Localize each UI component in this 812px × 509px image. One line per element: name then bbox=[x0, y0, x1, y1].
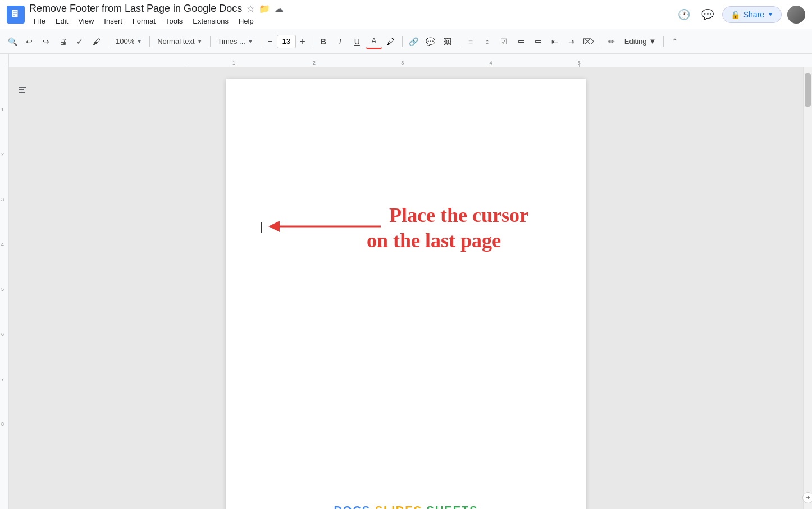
print-icon[interactable]: 🖨 bbox=[55, 34, 71, 49]
image-button[interactable]: 🖼 bbox=[440, 34, 455, 49]
comment-button[interactable]: 💬 bbox=[423, 34, 439, 49]
editing-mode-arrow: ▼ bbox=[649, 37, 656, 46]
spellcheck-icon[interactable]: ✓ bbox=[72, 34, 88, 49]
font-size-decrease[interactable]: − bbox=[264, 35, 276, 48]
ruler-area: 12345 bbox=[0, 54, 812, 67]
main-content: 12345678 Place the cursor bbox=[0, 67, 812, 509]
menu-bar: File Edit View Insert Format Tools Exten… bbox=[29, 16, 670, 26]
cloud-icon[interactable]: ☁ bbox=[275, 3, 284, 14]
svg-marker-9 bbox=[268, 221, 280, 232]
scrollbar-thumb[interactable] bbox=[805, 73, 811, 107]
watermark-sheets: SHEETS bbox=[427, 504, 478, 509]
text-color-button[interactable]: A bbox=[366, 34, 382, 49]
clear-format-button[interactable]: ⌦ bbox=[581, 34, 596, 49]
document-area[interactable]: Place the cursor on the last page DOCS S… bbox=[9, 67, 803, 509]
numbered-list-button[interactable]: ≔ bbox=[530, 34, 546, 49]
font-family-arrow: ▼ bbox=[248, 38, 253, 44]
svg-text:Place the cursor: Place the cursor bbox=[389, 204, 528, 226]
document-page: Place the cursor on the last page DOCS S… bbox=[226, 79, 586, 509]
menu-insert[interactable]: Insert bbox=[99, 16, 127, 26]
divider-8 bbox=[600, 36, 600, 47]
share-dropdown-icon: ▼ bbox=[768, 11, 773, 17]
left-ruler-mark-2: 2 bbox=[1, 152, 4, 157]
editing-mode-select[interactable]: Editing ▼ bbox=[621, 35, 660, 47]
font-size-increase[interactable]: + bbox=[297, 35, 308, 48]
text-cursor bbox=[261, 222, 262, 233]
menu-file[interactable]: File bbox=[29, 16, 50, 26]
divider-4 bbox=[261, 36, 261, 47]
line-spacing-button[interactable]: ↕ bbox=[480, 34, 495, 49]
font-size-area: − + bbox=[264, 35, 308, 48]
svg-rect-7 bbox=[19, 92, 25, 93]
divider-2 bbox=[149, 36, 150, 47]
title-section: Remove Footer from Last Page in Google D… bbox=[29, 3, 670, 26]
document-title[interactable]: Remove Footer from Last Page in Google D… bbox=[29, 3, 242, 15]
docs-app-icon bbox=[7, 6, 25, 24]
ruler-tick bbox=[579, 62, 580, 67]
paint-format-icon[interactable]: 🖌 bbox=[89, 34, 104, 49]
editing-mode-value: Editing bbox=[624, 37, 647, 46]
scrollbar[interactable] bbox=[803, 67, 812, 509]
highlight-button[interactable]: 🖊 bbox=[383, 34, 399, 49]
increase-indent-button[interactable]: ⇥ bbox=[564, 34, 580, 49]
ruler-tick bbox=[314, 62, 314, 67]
zoom-value: 100% bbox=[116, 37, 134, 46]
svg-rect-5 bbox=[19, 87, 26, 88]
left-ruler-mark-7: 7 bbox=[1, 376, 4, 382]
divider-9 bbox=[663, 36, 664, 47]
edit-pencil-button[interactable]: ✏ bbox=[604, 34, 619, 49]
italic-button[interactable]: I bbox=[332, 34, 348, 49]
bold-button[interactable]: B bbox=[316, 34, 331, 49]
menu-extensions[interactable]: Extensions bbox=[188, 16, 233, 26]
checklist-button[interactable]: ☑ bbox=[496, 34, 512, 49]
left-ruler-mark-1: 1 bbox=[1, 107, 4, 112]
underline-button[interactable]: U bbox=[349, 34, 365, 49]
share-button[interactable]: 🔒 Share ▼ bbox=[722, 6, 782, 23]
watermark-docs: DOCS bbox=[334, 504, 371, 509]
watermark-slides: SLIDES bbox=[375, 504, 422, 509]
undo-icon[interactable]: ↩ bbox=[21, 34, 37, 49]
outline-icon[interactable] bbox=[13, 81, 31, 99]
zoom-select[interactable]: 100% ▼ bbox=[112, 35, 146, 47]
divider-3 bbox=[210, 36, 211, 47]
divider-6 bbox=[402, 36, 403, 47]
left-ruler-mark-3: 3 bbox=[1, 197, 4, 202]
menu-format[interactable]: Format bbox=[128, 16, 160, 26]
ruler-corner bbox=[0, 54, 9, 67]
ruler-tick bbox=[491, 62, 491, 67]
left-ruler-mark-6: 6 bbox=[1, 331, 4, 337]
search-icon[interactable]: 🔍 bbox=[4, 34, 20, 49]
header-right: 🕐 💬 🔒 Share ▼ bbox=[675, 6, 805, 24]
paragraph-style-arrow: ▼ bbox=[197, 38, 203, 44]
menu-tools[interactable]: Tools bbox=[161, 16, 187, 26]
paragraph-style-select[interactable]: Normal text ▼ bbox=[153, 35, 206, 47]
page-content[interactable]: Place the cursor on the last page DOCS S… bbox=[226, 79, 586, 509]
font-size-input[interactable] bbox=[277, 35, 296, 48]
history-icon[interactable]: 🕐 bbox=[675, 6, 693, 24]
font-family-value: Times ... bbox=[218, 37, 245, 46]
svg-rect-6 bbox=[19, 89, 24, 90]
title-bar: Remove Footer from Last Page in Google D… bbox=[0, 0, 812, 29]
menu-help[interactable]: Help bbox=[234, 16, 258, 26]
redo-icon[interactable]: ↪ bbox=[38, 34, 54, 49]
star-icon[interactable]: ☆ bbox=[247, 3, 254, 14]
menu-edit[interactable]: Edit bbox=[51, 16, 72, 26]
chat-icon[interactable]: 💬 bbox=[699, 6, 717, 24]
left-ruler-mark-4: 4 bbox=[1, 242, 4, 247]
left-ruler-mark-8: 8 bbox=[1, 421, 4, 427]
ruler-tick bbox=[186, 65, 186, 67]
font-family-select[interactable]: Times ... ▼ bbox=[214, 35, 257, 47]
menu-view[interactable]: View bbox=[74, 16, 98, 26]
folder-icon[interactable]: 📁 bbox=[259, 3, 270, 14]
align-button[interactable]: ≡ bbox=[463, 34, 478, 49]
decrease-indent-button[interactable]: ⇤ bbox=[547, 34, 563, 49]
scroll-expand-button[interactable] bbox=[802, 492, 813, 503]
share-label: Share bbox=[743, 10, 764, 19]
chevron-up-icon[interactable]: ⌃ bbox=[667, 34, 683, 49]
user-avatar[interactable] bbox=[787, 6, 805, 24]
divider-1 bbox=[108, 36, 108, 47]
bullet-list-button[interactable]: ≔ bbox=[513, 34, 529, 49]
link-button[interactable]: 🔗 bbox=[406, 34, 422, 49]
ruler-tick bbox=[403, 62, 403, 67]
top-ruler: 12345 bbox=[9, 54, 812, 67]
